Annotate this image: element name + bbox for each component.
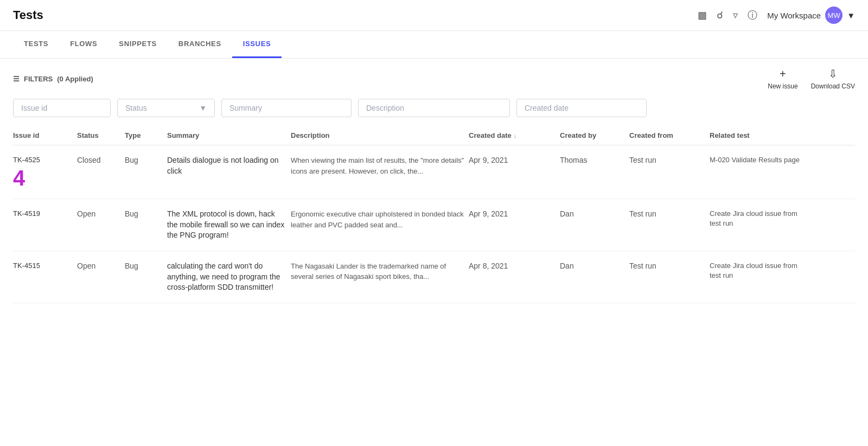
col-created-by: Created by xyxy=(560,131,625,139)
chevron-down-icon: ▼ xyxy=(847,11,855,20)
cell-from-0: Test run xyxy=(629,155,705,166)
cell-by-0: Thomas xyxy=(560,155,625,166)
download-csv-button[interactable]: ⇩ Download CSV xyxy=(811,67,855,90)
table-row[interactable]: TK-4515 Open Bug calculating the card wo… xyxy=(13,251,855,303)
cell-related-2: Create Jira cloud issue from test run xyxy=(710,261,807,281)
nav-tabs: TESTS FLOWS SNIPPETS BRANCHES ISSUES xyxy=(0,31,868,59)
cell-issue-id-2: TK-4515 xyxy=(13,261,73,271)
cell-type-1: Bug xyxy=(125,209,163,220)
status-dropdown-icon: ▼ xyxy=(199,104,207,112)
workspace[interactable]: My Workspace MW ▼ xyxy=(767,7,855,24)
filters-applied-text: (0 Applied) xyxy=(57,75,93,83)
cell-from-2: Test run xyxy=(629,261,705,272)
download-icon: ⇩ xyxy=(828,67,838,80)
filter-icon[interactable]: ▿ xyxy=(733,9,738,21)
cell-status-1: Open xyxy=(77,209,120,220)
cell-issue-id-1: TK-4519 xyxy=(13,209,73,219)
tab-snippets[interactable]: SNIPPETS xyxy=(108,31,168,58)
search-icon[interactable]: ☌ xyxy=(717,9,723,21)
new-issue-label: New issue xyxy=(768,82,797,90)
cell-date-1: Apr 9, 2021 xyxy=(469,209,556,220)
cell-related-0: M-020 Validate Results page xyxy=(710,155,807,165)
issues-table: Issue id Status Type Summary Description… xyxy=(0,126,868,303)
cell-status-0: Closed xyxy=(77,155,120,166)
workspace-label: My Workspace xyxy=(767,11,821,20)
col-issue-id: Issue id xyxy=(13,131,73,139)
toolbar: ☰ FILTERS (0 Applied) + New issue ⇩ Down… xyxy=(0,59,868,99)
cell-issue-id-0: TK-4525 4 xyxy=(13,155,73,189)
cell-by-1: Dan xyxy=(560,209,625,220)
col-type: Type xyxy=(125,131,163,139)
col-created-from: Created from xyxy=(629,131,705,139)
header-right: ▩ ☌ ▿ ⓘ My Workspace MW ▼ xyxy=(698,7,855,24)
cell-from-1: Test run xyxy=(629,209,705,220)
cell-summary-2: calculating the card won't do anything, … xyxy=(167,261,286,293)
col-description: Description xyxy=(291,131,464,139)
table-header: Issue id Status Type Summary Description… xyxy=(13,126,855,145)
summary-filter[interactable] xyxy=(221,99,352,117)
download-csv-label: Download CSV xyxy=(811,82,855,90)
col-summary: Summary xyxy=(167,131,286,139)
filters-label-text: FILTERS xyxy=(24,75,53,83)
toolbar-actions: + New issue ⇩ Download CSV xyxy=(768,67,855,90)
avatar: MW xyxy=(825,7,843,24)
tab-branches[interactable]: BRANCHES xyxy=(168,31,232,58)
cell-summary-1: The XML protocol is down, hack the mobil… xyxy=(167,209,286,241)
cell-by-2: Dan xyxy=(560,261,625,272)
header: Tests ▩ ☌ ▿ ⓘ My Workspace MW ▼ xyxy=(0,0,868,31)
cell-desc-1: Ergonomic executive chair upholstered in… xyxy=(291,209,464,230)
col-status: Status xyxy=(77,131,120,139)
filters-row: Status ▼ xyxy=(0,99,868,126)
monitor-icon[interactable]: ▩ xyxy=(698,9,707,21)
cell-desc-2: The Nagasaki Lander is the trademarked n… xyxy=(291,261,464,282)
page-title: Tests xyxy=(13,8,43,22)
cell-status-2: Open xyxy=(77,261,120,272)
cell-desc-0: When viewing the main list of results, t… xyxy=(291,155,464,176)
filters-button[interactable]: ☰ FILTERS (0 Applied) xyxy=(13,75,93,83)
plus-icon: + xyxy=(780,68,786,80)
new-issue-button[interactable]: + New issue xyxy=(768,68,797,90)
cell-summary-0: Details dialogue is not loading on click xyxy=(167,155,286,176)
col-created-date[interactable]: Created date ↓ xyxy=(469,131,556,139)
cell-date-0: Apr 9, 2021 xyxy=(469,155,556,166)
cell-type-0: Bug xyxy=(125,155,163,166)
filter-lines-icon: ☰ xyxy=(13,75,20,83)
table-row[interactable]: TK-4525 4 Closed Bug Details dialogue is… xyxy=(13,145,855,199)
sort-arrow-icon: ↓ xyxy=(514,132,517,139)
status-placeholder: Status xyxy=(125,104,147,112)
cell-type-2: Bug xyxy=(125,261,163,272)
cell-related-1: Create Jira cloud issue from test run xyxy=(710,209,807,228)
issue-id-filter[interactable] xyxy=(13,99,111,117)
tab-tests[interactable]: TESTS xyxy=(13,31,59,58)
status-filter[interactable]: Status ▼ xyxy=(117,99,215,117)
tab-issues[interactable]: ISSUES xyxy=(232,31,282,58)
cell-date-2: Apr 8, 2021 xyxy=(469,261,556,272)
table-row[interactable]: TK-4519 Open Bug The XML protocol is dow… xyxy=(13,199,855,251)
tab-flows[interactable]: FLOWS xyxy=(59,31,108,58)
col-related-test: Related test xyxy=(710,131,807,139)
help-icon[interactable]: ⓘ xyxy=(748,9,757,22)
description-filter[interactable] xyxy=(358,99,510,117)
created-date-filter[interactable] xyxy=(516,99,647,117)
